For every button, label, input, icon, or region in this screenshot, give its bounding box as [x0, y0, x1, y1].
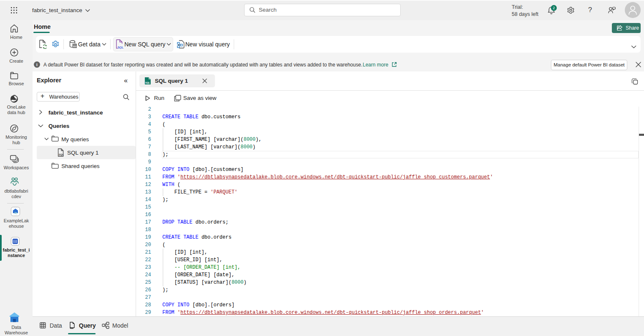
svg-text:SQL: SQL — [118, 46, 124, 49]
svg-text:SQL: SQL — [145, 81, 150, 84]
svg-text:SQL: SQL — [59, 153, 64, 156]
